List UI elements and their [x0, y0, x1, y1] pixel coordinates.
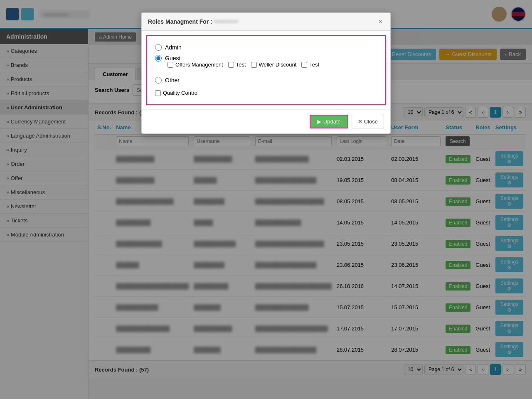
- radio-admin-input[interactable]: [155, 44, 162, 51]
- modal-close-x-button[interactable]: ×: [377, 18, 384, 25]
- checkbox-offers-management: Offers Management: [167, 62, 223, 68]
- radio-admin-label[interactable]: Admin: [165, 44, 182, 51]
- radio-guest-label[interactable]: Guest: [165, 55, 180, 62]
- update-button[interactable]: ▶ Update: [310, 115, 348, 128]
- checkbox-offers-label[interactable]: Offers Management: [175, 62, 223, 68]
- checkbox-weller-discount: Weller Discount: [251, 62, 297, 68]
- modal-overlay[interactable]: Roles Managment For : •••••••••••• × Adm…: [0, 0, 532, 399]
- radio-other-label[interactable]: Other: [165, 77, 180, 84]
- checkbox-test2-label[interactable]: Test: [309, 62, 319, 68]
- sub-roles-group: Offers Management Test Weller Discount: [167, 62, 377, 68]
- roles-radio-group: Admin Guest Offers Management: [155, 44, 377, 84]
- modal-footer: ▶ Update ✕ Close: [142, 109, 390, 133]
- checkbox-test2-input[interactable]: [301, 62, 307, 68]
- checkbox-test-2: Test: [301, 62, 319, 68]
- checkbox-quality-input[interactable]: [155, 90, 161, 96]
- radio-guest: Guest: [155, 55, 377, 62]
- arrow-right-icon: ▶: [317, 118, 321, 125]
- modal-user-name: ••••••••••••: [214, 18, 239, 25]
- checkbox-quality-label[interactable]: Quality Control: [163, 90, 199, 96]
- close-modal-button[interactable]: ✕ Close: [352, 115, 384, 128]
- modal-header: Roles Managment For : •••••••••••• ×: [142, 13, 390, 31]
- checkbox-weller-input[interactable]: [251, 62, 257, 68]
- radio-guest-input[interactable]: [155, 55, 162, 62]
- checkbox-weller-label[interactable]: Weller Discount: [259, 62, 297, 68]
- checkbox-quality-control: Quality Control: [155, 90, 377, 96]
- quality-control-row: Quality Control: [155, 90, 377, 96]
- times-icon: ✕: [358, 118, 362, 125]
- checkbox-offers-input[interactable]: [167, 62, 173, 68]
- radio-admin: Admin: [155, 44, 377, 51]
- checkbox-test-1: Test: [228, 62, 246, 68]
- checkbox-test1-label[interactable]: Test: [236, 62, 246, 68]
- modal-body: Admin Guest Offers Management: [146, 35, 386, 105]
- roles-modal: Roles Managment For : •••••••••••• × Adm…: [141, 12, 391, 134]
- radio-other-input[interactable]: [155, 77, 162, 84]
- radio-other: Other: [155, 77, 377, 84]
- modal-title: Roles Managment For : ••••••••••••: [148, 18, 239, 25]
- checkbox-test1-input[interactable]: [228, 62, 234, 68]
